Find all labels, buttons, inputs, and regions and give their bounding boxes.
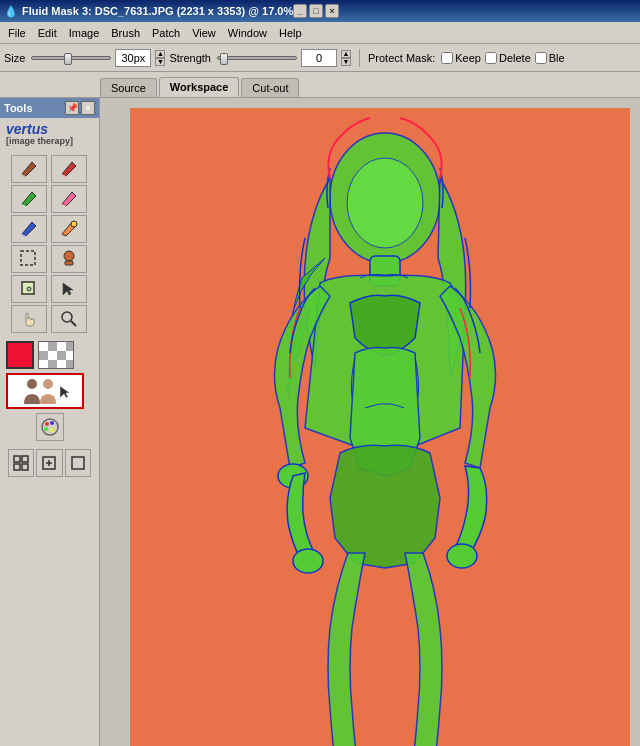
svg-line-7 [71,321,76,326]
strength-spin-up[interactable]: ▲ [341,50,351,58]
close-button[interactable]: × [325,4,339,18]
svg-point-13 [44,427,48,431]
svg-rect-3 [65,261,73,265]
svg-rect-15 [14,456,20,462]
menu-window[interactable]: Window [222,22,273,43]
tool-palette[interactable] [36,413,64,441]
ble-label: Ble [549,52,565,64]
tool-hand[interactable] [11,305,47,333]
delete-check-container: Delete [485,52,531,64]
checkerboard-pattern[interactable] [38,341,74,369]
tools-header: Tools 📌 × [0,98,99,118]
tools-close-button[interactable]: × [81,101,95,115]
svg-rect-22 [72,457,84,469]
strength-spin-down[interactable]: ▼ [341,58,351,66]
titlebar: 💧 Fluid Mask 3: DSC_7631.JPG (2231 x 335… [0,0,640,22]
tab-source[interactable]: Source [100,78,157,97]
view-btn-2[interactable] [36,449,62,477]
canvas-area[interactable] [100,98,640,746]
tool-pink-brush[interactable] [51,185,87,213]
app-icon: 💧 [4,5,18,18]
window-controls: _ □ × [293,4,339,18]
minimize-button[interactable]: _ [293,4,307,18]
strength-input[interactable] [301,49,337,67]
ble-check-container: Ble [535,52,565,64]
menu-view[interactable]: View [186,22,222,43]
size-slider[interactable] [31,56,111,60]
tool-green-brush[interactable] [11,185,47,213]
svg-point-27 [447,544,477,568]
tools-header-buttons: 📌 × [65,101,95,115]
svg-point-12 [50,421,54,425]
svg-rect-1 [21,251,35,265]
ble-checkbox[interactable] [535,52,547,64]
tool-extras [0,337,99,445]
tools-title: Tools [4,102,33,114]
tab-workspace[interactable]: Workspace [159,77,240,97]
keep-checkbox[interactable] [441,52,453,64]
menu-brush[interactable]: Brush [105,22,146,43]
tool-crop[interactable] [11,275,47,303]
svg-rect-16 [22,456,28,462]
tool-red-brush[interactable] [51,155,87,183]
tool-arrow[interactable] [51,275,87,303]
tab-cutout[interactable]: Cut-out [241,78,299,97]
svg-point-11 [45,422,49,426]
menu-edit[interactable]: Edit [32,22,63,43]
view-buttons [0,445,99,481]
view-btn-3[interactable] [65,449,91,477]
title-text: Fluid Mask 3: DSC_7631.JPG (2231 x 3353)… [22,5,293,17]
vertus-name: vertus [6,122,93,137]
menu-patch[interactable]: Patch [146,22,186,43]
delete-label: Delete [499,52,531,64]
tools-panel: Tools 📌 × vertus [image therapy] [0,98,100,746]
vertus-tagline: [image therapy] [6,137,93,147]
tool-keep-brush[interactable] [11,215,47,243]
svg-point-28 [293,549,323,573]
delete-checkbox[interactable] [485,52,497,64]
tabs-row: Source Workspace Cut-out [0,72,640,98]
figure-svg [130,108,630,746]
vertus-logo: vertus [image therapy] [0,118,99,151]
image-background [130,108,630,746]
menu-image[interactable]: Image [63,22,106,43]
tool-eraser[interactable] [51,215,87,243]
spin-up[interactable]: ▲ [155,50,165,58]
tool-stamp[interactable] [51,245,87,273]
strength-label: Strength [169,52,211,64]
size-spinner[interactable]: ▲ ▼ [155,50,165,66]
tools-pin-button[interactable]: 📌 [65,101,79,115]
svg-point-2 [64,251,74,261]
size-input[interactable] [115,49,151,67]
spin-down[interactable]: ▼ [155,58,165,66]
svg-point-6 [62,312,72,322]
view-btn-1[interactable] [8,449,34,477]
strength-slider[interactable] [217,56,297,60]
active-tool-preview[interactable] [6,373,84,409]
main-area: Tools 📌 × vertus [image therapy] [0,98,640,746]
tool-brush[interactable] [11,155,47,183]
separator [359,49,360,67]
svg-point-8 [27,379,37,389]
toolbar: Size ▲ ▼ Strength ▲ ▼ Protect Mask: Keep… [0,44,640,72]
svg-point-14 [50,428,54,432]
tool-zoom[interactable] [51,305,87,333]
image-canvas [130,108,630,746]
keep-label: Keep [455,52,481,64]
svg-rect-17 [14,464,20,470]
menu-file[interactable]: File [2,22,32,43]
svg-point-9 [43,379,53,389]
tool-selection[interactable] [11,245,47,273]
size-label: Size [4,52,25,64]
foreground-color[interactable] [6,341,34,369]
menubar: File Edit Image Brush Patch View Window … [0,22,640,44]
menu-help[interactable]: Help [273,22,308,43]
strength-spinner[interactable]: ▲ ▼ [341,50,351,66]
maximize-button[interactable]: □ [309,4,323,18]
svg-point-5 [27,287,31,291]
svg-rect-18 [22,464,28,470]
tool-buttons-grid [0,151,99,337]
protect-label: Protect Mask: [368,52,435,64]
keep-check-container: Keep [441,52,481,64]
svg-point-0 [71,221,77,227]
